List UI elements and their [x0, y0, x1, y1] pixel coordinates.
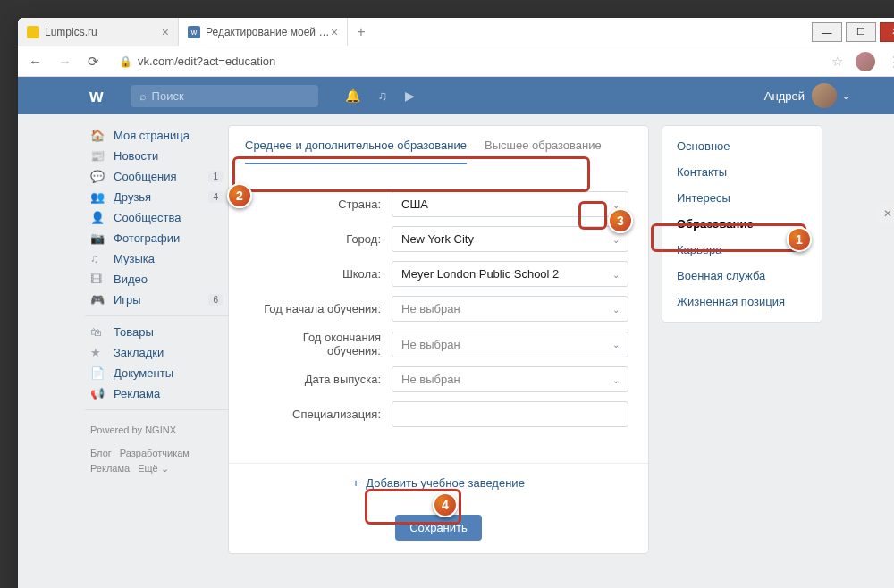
groups-icon: 👤 [90, 211, 108, 224]
browser-tab-lumpics[interactable]: Lumpics.ru × [18, 18, 179, 46]
settings-item-military[interactable]: Военная служба [662, 263, 822, 289]
browser-tab-vk[interactable]: w Редактирование моей страницы × [179, 18, 348, 46]
sidebar-item-friends[interactable]: 👥Друзья4 [85, 187, 228, 207]
reload-icon[interactable]: ⟳ [84, 54, 103, 70]
bell-icon[interactable]: 🔔 [345, 88, 360, 103]
sidebar-item-label: Видео [114, 273, 148, 286]
forward-icon[interactable]: → [55, 54, 75, 69]
sidebar-item-video[interactable]: 🎞Видео [85, 269, 228, 290]
city-select[interactable]: New York City [392, 226, 628, 252]
tab-title: Lumpics.ru [45, 26, 97, 38]
star-icon: ★ [90, 346, 108, 359]
sidebar-item-label: Моя страница [114, 129, 190, 142]
powered-by: Powered by NGINX [90, 423, 223, 439]
browser-titlebar: Lumpics.ru × w Редактирование моей стран… [18, 18, 894, 46]
user-menu[interactable]: Андрей ⌄ [764, 83, 849, 108]
sidebar-item-bookmarks[interactable]: ★Закладки [85, 342, 228, 363]
sidebar-item-label: Новости [114, 149, 158, 163]
settings-item-interests[interactable]: Интересы [662, 185, 822, 211]
game-icon: 🎮 [90, 293, 108, 307]
sidebar-item-news[interactable]: 📰Новости [85, 146, 228, 166]
sidebar-item-my-page[interactable]: 🏠Моя страница [85, 125, 228, 146]
music-icon[interactable]: ♫ [378, 88, 388, 103]
add-school-label: Добавить учебное заведение [366, 476, 525, 490]
sidebar-item-label: Реклама [114, 387, 160, 400]
settings-item-position[interactable]: Жизненная позиция [662, 289, 822, 315]
settings-item-general[interactable]: Основное [662, 133, 822, 159]
end-year-select[interactable]: Не выбран [392, 332, 628, 357]
badge-count: 4 [208, 191, 223, 203]
label-end-year: Год окончания обучения: [249, 331, 392, 357]
video-icon: 🎞 [90, 273, 108, 286]
sidebar-item-market[interactable]: 🛍Товары [85, 322, 228, 342]
label-specialization: Специализация: [249, 407, 392, 421]
sidebar-item-docs[interactable]: 📄Документы [85, 363, 228, 383]
favicon-icon: w [188, 26, 200, 38]
footer-ads-link[interactable]: Реклама [90, 463, 130, 474]
search-input[interactable]: ⌕ Поиск [131, 85, 318, 107]
divider [85, 409, 228, 410]
vk-logo[interactable]: w [89, 86, 104, 106]
search-icon: ⌕ [139, 89, 147, 103]
sidebar-item-label: Игры [114, 293, 141, 307]
annotation-badge-1: 1 [787, 227, 812, 252]
country-select[interactable]: США [392, 191, 628, 217]
message-icon: 💬 [90, 170, 108, 183]
clear-country-button[interactable]: ✕ [878, 204, 894, 223]
sidebar-item-label: Сообщения [114, 170, 177, 183]
sidebar-item-label: Музыка [114, 252, 155, 265]
sidebar-item-label: Закладки [114, 346, 164, 359]
save-button[interactable]: Сохранить [395, 515, 482, 541]
sidebar-item-label: Товары [114, 325, 154, 339]
browser-window: Lumpics.ru × w Редактирование моей стран… [18, 18, 894, 588]
annotation-badge-2: 2 [227, 183, 252, 208]
news-icon: 📰 [90, 149, 108, 163]
tab-higher-education[interactable]: Высшее образование [485, 139, 602, 164]
bag-icon: 🛍 [90, 325, 108, 339]
grad-date-select[interactable]: Не выбран [392, 366, 628, 392]
sidebar-item-messages[interactable]: 💬Сообщения1 [85, 166, 228, 187]
megaphone-icon: 📢 [90, 387, 108, 400]
sidebar-item-label: Документы [114, 366, 173, 380]
annotation-badge-4: 4 [433, 492, 458, 517]
star-icon[interactable]: ☆ [828, 54, 847, 70]
minimize-button[interactable]: — [812, 22, 842, 42]
url-field[interactable]: 🔒 vk.com/edit?act=education [112, 52, 819, 71]
close-icon[interactable]: × [162, 25, 169, 39]
photo-icon: 📷 [90, 231, 108, 245]
start-year-select[interactable]: Не выбран [392, 296, 628, 322]
sidebar-item-music[interactable]: ♫Музыка [85, 248, 228, 269]
specialization-input[interactable] [392, 401, 628, 427]
footer-dev-link[interactable]: Разработчикам [120, 448, 190, 458]
back-icon[interactable]: ← [25, 54, 46, 69]
search-placeholder: Поиск [152, 89, 184, 103]
new-tab-button[interactable]: + [348, 18, 374, 46]
url-text: vk.com/edit?act=education [138, 55, 275, 68]
footer-blog-link[interactable]: Блог [90, 448, 112, 458]
badge-count: 6 [208, 294, 223, 306]
sidebar-item-groups[interactable]: 👤Сообщества [85, 207, 228, 228]
sidebar-item-ads[interactable]: 📢Реклама [85, 383, 228, 404]
label-start-year: Год начала обучения: [249, 302, 392, 315]
close-button[interactable]: ✕ [880, 22, 894, 42]
label-country: Страна: [249, 197, 392, 211]
settings-item-contacts[interactable]: Контакты [662, 159, 822, 185]
play-icon[interactable]: ▶ [405, 88, 415, 103]
menu-icon[interactable]: ⋮ [884, 54, 894, 70]
maximize-button[interactable]: ☐ [846, 22, 876, 42]
tab-title: Редактирование моей страницы [206, 26, 331, 38]
profile-avatar[interactable] [856, 52, 875, 71]
close-icon[interactable]: × [331, 25, 338, 39]
footer-more-link[interactable]: Ещё ⌄ [138, 463, 169, 474]
education-tabs: Среднее и дополнительное образование Выс… [229, 126, 648, 164]
school-select[interactable]: Meyer London Public School 2 [392, 261, 628, 287]
label-school: Школа: [249, 267, 392, 281]
settings-nav-panel: Основное Контакты Интересы Образование К… [662, 125, 822, 323]
sidebar-item-games[interactable]: 🎮Игры6 [85, 290, 228, 310]
label-city: Город: [249, 232, 392, 246]
sidebar-item-photos[interactable]: 📷Фотографии [85, 228, 228, 248]
sidebar-footer: Powered by NGINX Блог Разработчикам Рекл… [85, 416, 228, 484]
tab-secondary-education[interactable]: Среднее и дополнительное образование [245, 139, 467, 164]
favicon-icon [27, 26, 39, 38]
address-bar: ← → ⟳ 🔒 vk.com/edit?act=education ☆ ⋮ [18, 46, 894, 77]
